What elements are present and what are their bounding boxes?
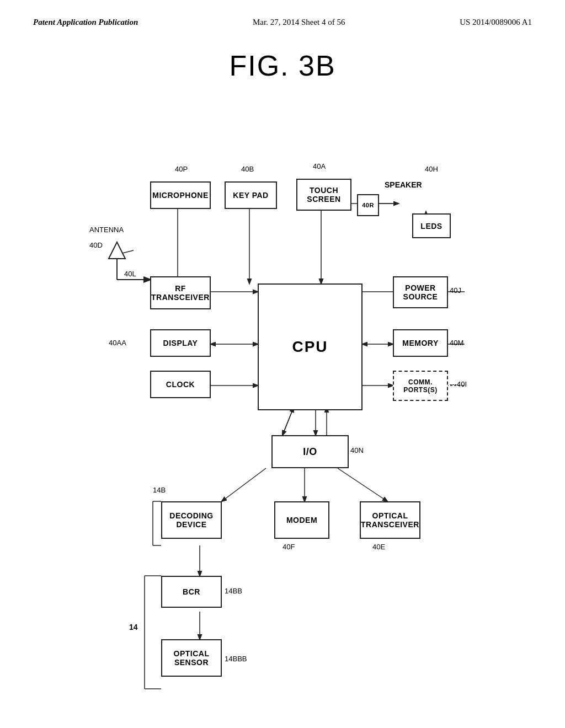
modem-ref: 40F bbox=[282, 543, 295, 551]
date-sheet-label: Mar. 27, 2014 Sheet 4 of 56 bbox=[253, 18, 345, 27]
publication-label: Patent Application Publication bbox=[33, 18, 138, 27]
optical-transceiver-ref: 40E bbox=[372, 543, 385, 551]
display-box: DISPLAY bbox=[150, 329, 211, 357]
optical-sensor-box: OPTICAL SENSOR bbox=[161, 639, 222, 677]
diagram: MICROPHONE 40P KEY PAD 40B TOUCH SCREEN … bbox=[67, 93, 498, 716]
14-label: 14 bbox=[129, 623, 138, 631]
40r-box: 40R bbox=[357, 194, 379, 216]
clock-box: CLOCK bbox=[150, 371, 211, 398]
40l-label: 40L bbox=[124, 270, 136, 278]
figure-title: FIG. 3B bbox=[0, 49, 565, 82]
comm-ports-ref: ---40I bbox=[450, 380, 467, 388]
power-source-box: POWER SOURCE bbox=[393, 276, 448, 308]
bcr-ref: 14BB bbox=[225, 587, 242, 595]
leds-box: LEDS bbox=[412, 213, 451, 238]
svg-line-4 bbox=[122, 250, 134, 253]
display-ref: 40AA bbox=[109, 339, 126, 347]
modem-box: MODEM bbox=[274, 501, 329, 539]
microphone-box: MICROPHONE bbox=[150, 181, 211, 209]
leds-ref: 40H bbox=[425, 165, 438, 173]
svg-line-18 bbox=[282, 408, 294, 435]
svg-marker-0 bbox=[109, 242, 125, 259]
40d-label: 40D bbox=[89, 241, 103, 249]
rf-transceiver-box: RF TRANSCEIVER bbox=[150, 276, 211, 309]
keypad-box: KEY PAD bbox=[225, 181, 277, 209]
svg-line-24 bbox=[338, 468, 387, 501]
header: Patent Application Publication Mar. 27, … bbox=[0, 0, 565, 33]
cpu-box: CPU bbox=[258, 283, 363, 410]
memory-ref: 40M bbox=[450, 339, 463, 347]
microphone-ref: 40P bbox=[175, 165, 188, 173]
memory-box: MEMORY bbox=[393, 329, 448, 357]
svg-line-22 bbox=[222, 468, 266, 501]
optical-sensor-ref: 14BBB bbox=[225, 655, 247, 663]
svg-line-20 bbox=[282, 408, 294, 435]
decoding-device-box: DECODING DEVICE bbox=[161, 501, 222, 539]
optical-transceiver-box: OPTICAL TRANSCEIVER bbox=[360, 501, 420, 539]
antenna-label: ANTENNA bbox=[89, 226, 124, 234]
touchscreen-ref: 40A bbox=[313, 162, 326, 170]
comm-ports-box: COMM. PORTS(S) bbox=[393, 371, 448, 401]
speaker-label: SPEAKER bbox=[385, 180, 422, 189]
page: Patent Application Publication Mar. 27, … bbox=[0, 0, 565, 728]
decoding-device-ref: 14B bbox=[153, 486, 166, 494]
bcr-box: BCR bbox=[161, 576, 222, 608]
io-ref: 40N bbox=[350, 446, 364, 454]
power-source-ref: 40J bbox=[450, 286, 461, 295]
keypad-ref: 40B bbox=[241, 165, 254, 173]
touchscreen-box: TOUCH SCREEN bbox=[296, 179, 351, 211]
io-box: I/O bbox=[271, 435, 349, 468]
patent-number-label: US 2014/0089006 A1 bbox=[460, 18, 532, 27]
